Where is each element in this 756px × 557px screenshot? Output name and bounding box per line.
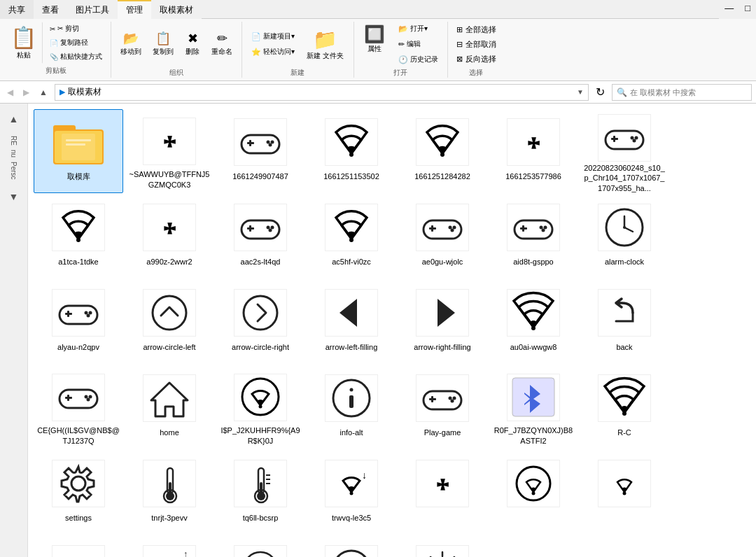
invert-select-button[interactable]: ⊠ 反向选择 xyxy=(452,52,500,66)
file-item-31[interactable]: tq6ll-bcsrp xyxy=(216,451,305,535)
file-item-22[interactable]: CE{GH((IL$GV@NB$@TJ1237Q xyxy=(34,365,123,449)
delete-button[interactable]: ✖ 删除 xyxy=(180,29,205,59)
file-label-9: a990z-2wwr2 xyxy=(146,257,192,267)
paste-button[interactable]: 📋 粘贴 xyxy=(4,22,43,64)
file-item-34[interactable] xyxy=(489,451,578,535)
file-item-24[interactable]: I$P_J2KUHHFR9%{A9R$K}0J xyxy=(216,365,305,449)
copy-path-button[interactable]: 📄 复制路径 xyxy=(47,36,105,49)
file-item-36[interactable] xyxy=(34,536,123,557)
sidebar-persc-label[interactable]: Persc xyxy=(10,162,18,180)
select-all-button[interactable]: ⊞ 全部选择 xyxy=(452,23,500,36)
file-item-13[interactable]: aid8t-gsppo xyxy=(489,195,578,278)
file-label-16: arrow-circle-left xyxy=(143,342,195,352)
file-item-28[interactable]: R-C xyxy=(580,365,669,449)
file-item-7[interactable]: 20220823060248_s10_p_Chr104_1707x1067_17… xyxy=(580,109,669,193)
nav-up-button[interactable]: ▲ xyxy=(36,86,50,99)
file-label-29: settings xyxy=(65,513,92,523)
file-icon-36 xyxy=(50,541,106,557)
address-path[interactable]: ▶ 取模素材 ▼ xyxy=(55,84,589,101)
open-button[interactable]: 📂 打开▾ xyxy=(393,22,443,36)
file-item-9[interactable]: ᛭ a990z-2wwr2 xyxy=(125,195,214,278)
paste-shortcut-button[interactable]: 📎 粘贴快捷方式 xyxy=(47,50,105,63)
ribbon-tabs: 共享 查看 图片工具 管理 取模素材 — □ xyxy=(0,0,756,19)
file-item-21[interactable]: back xyxy=(580,280,669,364)
file-item-12[interactable]: ae0gu-wjolc xyxy=(398,195,487,278)
file-item-20[interactable]: au0ai-wwgw8 xyxy=(489,280,578,364)
file-item-18[interactable]: arrow-left-filling xyxy=(307,280,396,364)
new-item-button[interactable]: 📄 新建项目▾ xyxy=(246,29,300,43)
search-input[interactable] xyxy=(630,88,735,97)
file-item-29[interactable]: settings xyxy=(34,451,123,535)
file-item-25[interactable]: info-alt xyxy=(307,365,396,449)
history-button[interactable]: 🕐 历史记录 xyxy=(393,52,443,66)
copy-to-button[interactable]: 📋 复制到 xyxy=(148,29,178,59)
file-item-3[interactable]: 1661249907487 xyxy=(216,109,305,193)
svg-marker-64 xyxy=(151,383,188,416)
sidebar-re-label[interactable]: RE xyxy=(10,136,18,146)
search-box[interactable]: 🔍 xyxy=(612,84,752,101)
file-label-23: home xyxy=(160,428,179,437)
clipboard-group-label: 剪贴板 xyxy=(46,66,66,76)
file-item-26[interactable]: Play-game xyxy=(398,365,487,449)
file-item-37[interactable]: ↑ xyxy=(125,536,214,557)
file-item-40[interactable] xyxy=(398,536,487,557)
path-dropdown[interactable]: ▼ xyxy=(577,88,584,96)
file-item-17[interactable]: arrow-circle-right xyxy=(216,280,305,364)
nav-back-button[interactable]: ◀ xyxy=(4,86,16,99)
file-item-27[interactable]: R0F_J7BZQYN0XJ)B8ASTFI2 xyxy=(489,365,578,449)
sidebar-scroll-down[interactable]: ▼ xyxy=(6,188,22,205)
file-item-39[interactable] xyxy=(307,536,396,557)
file-label-12: ae0gu-wjolc xyxy=(422,257,463,267)
file-item-11[interactable]: ac5hf-vi0zc xyxy=(307,195,396,278)
move-to-button[interactable]: 📂 移动到 xyxy=(115,29,146,59)
file-item-8[interactable]: a1tca-1tdke xyxy=(34,195,123,278)
refresh-button[interactable]: ↻ xyxy=(593,84,608,100)
group-new: 📄 新建项目▾ ⭐ 轻松访问▾ 📁 新建 文件夹 新建 xyxy=(242,22,354,78)
file-item-10[interactable]: aac2s-lt4qd xyxy=(216,195,305,278)
sidebar-nu-label[interactable]: nu xyxy=(10,150,18,157)
file-area: 取模库 ᛭ ~SAWWUYB@TFFNJ5GZMQC0K3 1661249907… xyxy=(28,104,756,557)
file-label-27: R0F_J7BZQYN0XJ)B8ASTFI2 xyxy=(492,425,575,446)
file-item-38[interactable] xyxy=(216,536,305,557)
path-text: 取模素材 xyxy=(68,86,102,98)
file-label-28: R-C xyxy=(617,428,631,437)
file-item-15[interactable]: alyau-n2qpv xyxy=(34,280,123,364)
file-item-4[interactable]: 1661251153502 xyxy=(307,109,396,193)
svg-rect-70 xyxy=(424,391,461,409)
cut-button[interactable]: ✂ ✂ 剪切 xyxy=(47,22,105,35)
tab-view[interactable]: 查看 xyxy=(34,0,67,19)
paste-icon: 📋 xyxy=(10,25,36,50)
file-item-23[interactable]: home xyxy=(125,365,214,449)
new-folder-button[interactable]: 📁 新建 文件夹 xyxy=(301,25,349,64)
easy-access-button[interactable]: ⭐ 轻松访问▾ xyxy=(246,45,300,59)
file-item-6[interactable]: ᛭ 1661253577986 xyxy=(489,109,578,193)
file-item-14[interactable]: alarm-clock xyxy=(580,195,669,278)
tab-picture-tools[interactable]: 图片工具 xyxy=(67,0,118,19)
sidebar-scroll-up[interactable]: ▲ xyxy=(6,111,22,127)
svg-text:᛭: ᛭ xyxy=(159,122,181,162)
file-item-1[interactable]: 取模库 xyxy=(34,109,123,193)
rename-button[interactable]: ✏ 重命名 xyxy=(206,29,237,59)
file-item-2[interactable]: ᛭ ~SAWWUYB@TFFNJ5GZMQC0K3 xyxy=(125,109,214,193)
file-item-30[interactable]: tnrjt-3pevv xyxy=(125,451,214,535)
file-item-35[interactable] xyxy=(580,451,669,535)
svg-point-29 xyxy=(269,228,272,232)
file-item-32[interactable]: ↓ trwvq-le3c5 xyxy=(307,451,396,535)
file-item-19[interactable]: arrow-right-filling xyxy=(398,280,487,364)
file-label-6: 1661253577986 xyxy=(505,171,561,181)
svg-rect-49 xyxy=(67,311,69,317)
ribbon-content: 📋 粘贴 ✂ ✂ 剪切 📄 复制路径 xyxy=(0,19,756,80)
edit-button[interactable]: ✏ 编辑 xyxy=(393,37,443,51)
file-item-5[interactable]: 1661251284282 xyxy=(398,109,487,193)
tab-take-material[interactable]: 取模素材 xyxy=(151,0,202,19)
svg-point-68 xyxy=(349,388,353,391)
window-minimize[interactable]: — xyxy=(719,0,739,19)
select-none-button[interactable]: ⊟ 全部取消 xyxy=(452,38,500,51)
nav-forward-button[interactable]: ▶ xyxy=(20,86,32,99)
window-maximize[interactable]: □ xyxy=(739,0,756,19)
file-item-16[interactable]: arrow-circle-left xyxy=(125,280,214,364)
tab-manage[interactable]: 管理 xyxy=(118,0,151,19)
tab-share[interactable]: 共享 xyxy=(0,0,34,19)
file-item-33[interactable]: ᛭ xyxy=(398,451,487,535)
properties-button[interactable]: 🔲 属性 xyxy=(358,22,391,66)
